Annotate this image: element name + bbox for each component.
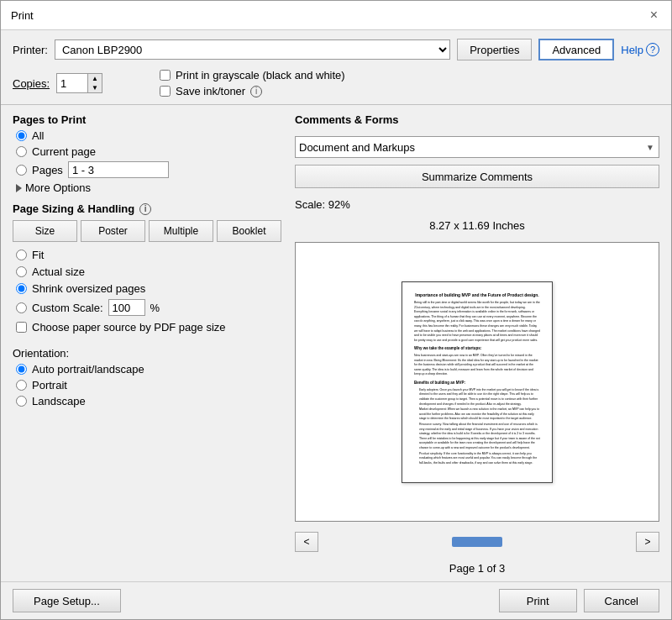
actual-size-row: Actual size xyxy=(16,265,281,278)
shrink-radio[interactable] xyxy=(16,283,27,294)
copies-decrement[interactable]: ▼ xyxy=(88,83,102,92)
preview-para2: New businesses and start-ups are now in … xyxy=(414,354,540,377)
cf-dropdown[interactable]: Document and Markups Document Form Field… xyxy=(295,136,659,158)
custom-scale-pct: % xyxy=(150,302,160,314)
printer-select-wrap: Canon LBP2900 xyxy=(55,39,450,60)
pages-range-row: Pages xyxy=(16,161,281,178)
dialog-body: Printer: Canon LBP2900 Properties Advanc… xyxy=(1,30,671,619)
pages-to-print-section: Pages to Print All Current page Pages xyxy=(13,113,281,194)
preview-area: Importance of building MVP and the Futur… xyxy=(295,242,659,522)
shrink-row: Shrink oversized pages xyxy=(16,282,281,295)
sizing-info-icon[interactable]: i xyxy=(139,203,151,215)
print-button[interactable]: Print xyxy=(499,589,577,612)
portrait-label[interactable]: Portrait xyxy=(32,379,67,391)
scale-value: 92% xyxy=(328,198,350,211)
fit-label[interactable]: Fit xyxy=(32,249,44,261)
current-page-radio[interactable] xyxy=(16,146,27,157)
scale-label: Scale: xyxy=(295,198,325,211)
multiple-tab[interactable]: Multiple xyxy=(149,220,213,242)
grayscale-row: Print in grayscale (black and white) xyxy=(160,69,345,81)
page-indicator xyxy=(452,537,502,547)
preview-heading2: Why we take the example of startups: xyxy=(414,346,540,352)
pages-range-input[interactable] xyxy=(68,161,169,178)
save-ink-info-icon[interactable]: i xyxy=(250,86,262,97)
copies-increment[interactable]: ▲ xyxy=(88,74,102,83)
orientation-section: Orientation: Auto portrait/landscape Por… xyxy=(13,347,281,407)
more-options-row[interactable]: More Options xyxy=(13,181,281,194)
help-link[interactable]: Help ? xyxy=(621,43,659,56)
divider xyxy=(1,104,671,105)
cf-title: Comments & Forms xyxy=(295,113,659,126)
prev-page-button[interactable]: < xyxy=(295,532,318,552)
preview-dims: 8.27 x 11.69 Inches xyxy=(295,219,659,232)
all-radio[interactable] xyxy=(16,130,27,141)
sizing-section: Page Sizing & Handling i Size Poster Mul… xyxy=(13,202,281,334)
close-button[interactable]: × xyxy=(647,8,661,23)
title-bar: Print × xyxy=(1,1,671,30)
help-icon: ? xyxy=(646,43,659,56)
cf-dropdown-wrap: Document and Markups Document Form Field… xyxy=(295,136,659,158)
landscape-label[interactable]: Landscape xyxy=(32,395,86,407)
orientation-radio-group: Auto portrait/landscape Portrait Landsca… xyxy=(13,363,281,407)
advanced-button[interactable]: Advanced xyxy=(538,39,614,60)
current-page-label[interactable]: Current page xyxy=(32,145,96,158)
poster-tab[interactable]: Poster xyxy=(81,220,145,242)
actual-size-radio[interactable] xyxy=(16,266,27,277)
all-label[interactable]: All xyxy=(32,129,44,142)
properties-button[interactable]: Properties xyxy=(457,39,532,60)
shrink-label[interactable]: Shrink oversized pages xyxy=(32,282,145,295)
grayscale-label[interactable]: Print in grayscale (black and white) xyxy=(176,69,345,81)
save-ink-label[interactable]: Save ink/toner xyxy=(176,85,245,97)
copies-input[interactable] xyxy=(57,74,87,92)
copies-input-wrap: ▲ ▼ xyxy=(56,73,102,93)
custom-scale-input[interactable] xyxy=(108,299,145,316)
preview-bullet2: Market development: When we launch a new… xyxy=(414,407,540,422)
booklet-tab[interactable]: Booklet xyxy=(217,220,281,242)
printer-row: Printer: Canon LBP2900 Properties Advanc… xyxy=(1,30,671,66)
choose-paper-label[interactable]: Choose paper source by PDF page size xyxy=(32,321,226,334)
pages-to-print-title: Pages to Print xyxy=(13,113,281,126)
print-dialog: Print × Printer: Canon LBP2900 Propertie… xyxy=(0,0,672,620)
pages-radio-group: All Current page Pages xyxy=(13,129,281,178)
landscape-row: Landscape xyxy=(16,395,281,407)
preview-doc-title: Importance of building MVP and the Futur… xyxy=(414,292,540,299)
choose-paper-row: Choose paper source by PDF page size xyxy=(13,321,281,334)
save-ink-checkbox[interactable] xyxy=(160,86,171,97)
summarize-comments-button[interactable]: Summarize Comments xyxy=(295,165,659,188)
landscape-radio[interactable] xyxy=(16,396,27,407)
copies-label: Copies: xyxy=(13,77,50,90)
preview-bullet3: Resource survey: Now talking about the f… xyxy=(414,423,540,451)
sizing-radios: Fit Actual size Shrink oversized pages xyxy=(13,249,281,316)
current-page-row: Current page xyxy=(16,145,281,158)
next-page-button[interactable]: > xyxy=(636,532,659,552)
preview-heading3: Benefits of building an MVP: xyxy=(414,381,540,386)
fit-radio[interactable] xyxy=(16,250,27,260)
preview-para1: Being still in the part-time or digital … xyxy=(414,301,540,343)
more-options-label: More Options xyxy=(25,181,91,194)
more-options-arrow xyxy=(16,184,22,192)
auto-portrait-radio[interactable] xyxy=(16,364,27,375)
copies-spinner: ▲ ▼ xyxy=(87,74,102,92)
auto-portrait-row: Auto portrait/landscape xyxy=(16,363,281,376)
pages-range-label[interactable]: Pages xyxy=(32,164,63,176)
actual-size-label[interactable]: Actual size xyxy=(32,265,85,278)
page-preview: Importance of building MVP and the Futur… xyxy=(402,281,553,483)
save-ink-row: Save ink/toner i xyxy=(160,85,345,97)
page-info: Page 1 of 3 xyxy=(295,562,659,575)
grayscale-checkbox[interactable] xyxy=(160,70,171,81)
orientation-label: Orientation: xyxy=(13,347,281,360)
custom-scale-radio[interactable] xyxy=(16,302,27,313)
bottom-right-buttons: Print Cancel xyxy=(499,589,659,612)
cancel-button[interactable]: Cancel xyxy=(584,589,659,612)
custom-scale-row: Custom Scale: % xyxy=(16,299,281,316)
custom-scale-label[interactable]: Custom Scale: xyxy=(32,302,103,314)
choose-paper-checkbox[interactable] xyxy=(16,322,27,333)
portrait-radio[interactable] xyxy=(16,380,27,391)
auto-portrait-label[interactable]: Auto portrait/landscape xyxy=(32,363,144,376)
printer-select[interactable]: Canon LBP2900 xyxy=(55,39,450,60)
copies-row: Copies: ▲ ▼ Print in grayscale (black an… xyxy=(1,66,671,102)
pages-range-radio[interactable] xyxy=(16,165,27,176)
size-tab[interactable]: Size xyxy=(13,220,77,242)
printer-label: Printer: xyxy=(13,44,48,56)
page-setup-button[interactable]: Page Setup... xyxy=(13,589,121,612)
